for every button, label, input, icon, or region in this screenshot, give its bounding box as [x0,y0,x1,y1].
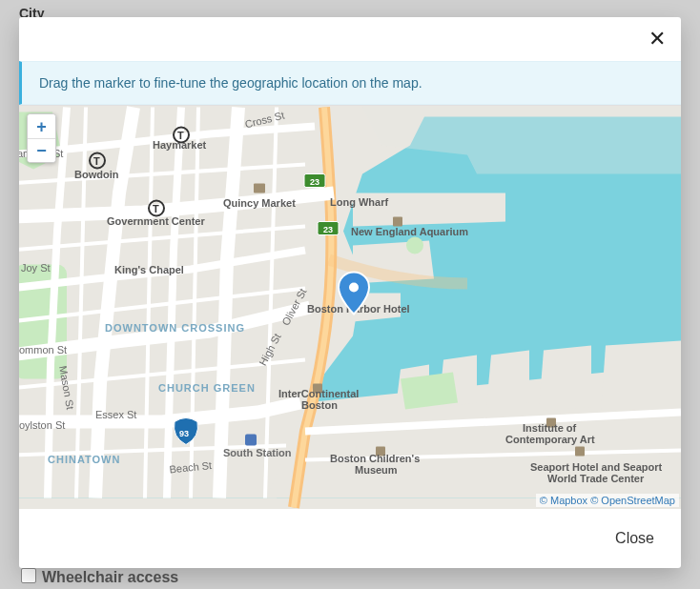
label-kings: King's Chapel [114,264,184,275]
label-intercon-1: InterContinental [278,388,359,399]
map-fine-tune-dialog: ✕ Drag the marker to fine-tune the geogr… [19,17,681,568]
map-svg[interactable]: T T T 23 23 93 Haymarket Bowdoin Governm… [19,106,681,509]
label-childrens-2: Museum [355,464,398,476]
label-government: Government Center [107,215,205,227]
label-haymarket: Haymarket [153,139,207,151]
svg-point-14 [349,283,359,293]
close-button[interactable]: Close [609,526,660,551]
attribution-mapbox-link[interactable]: © Mapbox [540,495,587,506]
label-bowdoin: Bowdoin [74,169,119,180]
dialog-footer: Close [19,509,681,568]
label-quincy: Quincy Market [223,197,296,209]
instruction-banner: Drag the marker to fine-tune the geograp… [19,61,681,105]
attribution-osm-link[interactable]: © OpenStreetMap [590,495,675,506]
shield-23-a: 23 [304,174,325,188]
label-neaq-1: New England Aquarium [351,226,468,237]
zoom-controls: + − [27,113,56,163]
map-canvas[interactable]: T T T 23 23 93 Haymarket Bowdoin Governm… [19,105,681,509]
poi-bed-icon [575,447,585,457]
svg-text:23: 23 [323,225,333,234]
zoom-in-button[interactable]: + [28,114,55,138]
label-ica-2: Contemporary Art [505,434,595,445]
label-seaport-1: Seaport Hotel and Seaport [530,461,662,473]
street-oylston: oylston St [19,419,65,431]
svg-text:T: T [153,203,159,214]
map-attribution: © Mapbox © OpenStreetMap [536,494,679,507]
poi-south-station-icon [245,435,257,446]
district-chinatown: CHINATOWN [48,454,120,465]
street-joy: Joy St [21,262,51,274]
svg-text:T: T [93,155,100,167]
svg-text:93: 93 [179,429,189,438]
street-essex: Essex St [95,409,136,420]
street-common: ommon St [19,344,67,355]
label-wheelchair: Wheelchair access [42,569,178,586]
label-ica-1: Institute of [523,422,577,434]
label-south-station: South Station [223,447,292,458]
zoom-out-button[interactable]: − [28,138,55,162]
district-church: CHURCH GREEN [158,382,256,394]
svg-point-2 [406,237,423,254]
label-seaport-2: World Trade Center [547,473,645,484]
district-downtown-1: DOWNTOWN CROSSING [105,322,245,334]
label-childrens-1: Boston Children's [330,453,420,464]
svg-text:23: 23 [310,177,319,187]
checkbox-wheelchair[interactable] [21,568,36,583]
poi-camera-icon [254,184,265,193]
label-intercon-2: Boston [301,399,338,411]
close-icon[interactable]: ✕ [645,25,669,53]
label-longwharf: Long Wharf [330,196,388,208]
shield-23-b: 23 [318,222,339,235]
